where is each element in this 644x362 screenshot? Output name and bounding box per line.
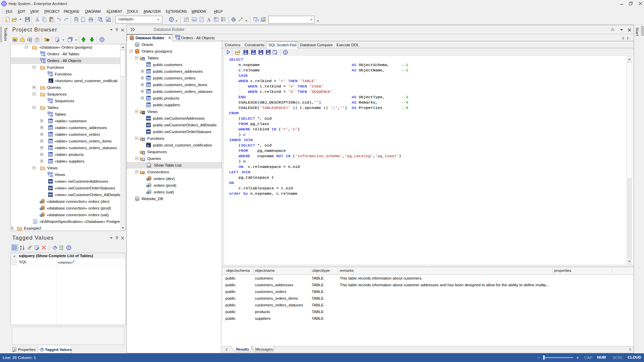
svg-text:?: ? — [68, 246, 69, 250]
svg-text:sql: sql — [142, 159, 145, 161]
svg-text:fx: fx — [143, 139, 144, 141]
svg-text:Z: Z — [20, 248, 22, 250]
svg-text:?: ? — [170, 18, 172, 21]
svg-text:fx: fx — [147, 144, 150, 147]
svg-text:fx: fx — [49, 80, 52, 83]
svg-text:?: ? — [284, 51, 286, 54]
svg-text:?: ? — [101, 38, 103, 42]
svg-text:A: A — [207, 17, 211, 22]
